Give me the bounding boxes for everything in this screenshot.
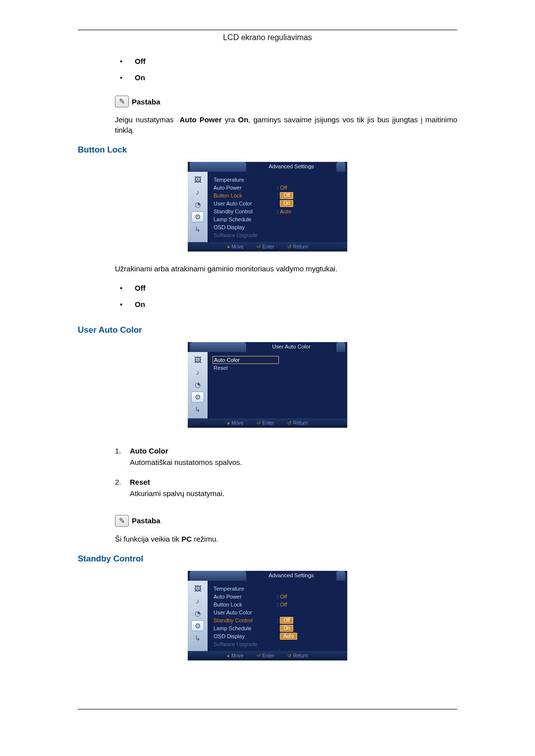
- option-off: Off: [115, 53, 457, 69]
- osd-tab-cap: [336, 162, 345, 172]
- osd-standby: Advanced Settings 🖼 ♪ ◔ ⚙ ↳ Temperature …: [78, 568, 457, 669]
- osd-footer: ♦Move ⏎Enter ↺Return: [188, 651, 347, 660]
- option-off: Off: [115, 280, 457, 296]
- move-icon: ♦: [227, 420, 229, 426]
- osd-sidebar: 🖼 ♪ ◔ ⚙ ↳: [188, 172, 208, 242]
- osd-tab: [190, 342, 246, 352]
- sound-icon: ♪: [191, 367, 204, 378]
- document-content: LCD ekrano reguliavimas Off On ✎ Pastaba…: [78, 30, 457, 709]
- osd-tab: [190, 571, 246, 581]
- osd-item-auto-power: Auto Power: Off: [214, 593, 342, 601]
- exit-icon: ↳: [191, 404, 204, 415]
- move-icon: ♦: [227, 244, 229, 250]
- osd-item-temperature: Temperature: [214, 176, 342, 184]
- osd-item-software-upgrade: Software Upgrade: [214, 231, 342, 239]
- clock-icon: ◔: [191, 608, 204, 619]
- enter-icon: ⏎: [257, 244, 261, 250]
- exit-icon: ↳: [191, 633, 204, 644]
- enter-icon: ⏎: [257, 420, 261, 426]
- option-list: Off On: [115, 53, 457, 86]
- return-icon: ↺: [287, 653, 291, 658]
- gear-icon: ⚙: [191, 620, 204, 631]
- osd-item-user-auto-color: User Auto Color: On: [214, 200, 342, 207]
- option-on: On: [115, 296, 457, 312]
- heading-user-auto-color: User Auto Color: [78, 318, 457, 339]
- osd-item-osd-display: OSD Display: [214, 223, 342, 231]
- osd-item-button-lock: Button Lock: Off: [214, 192, 342, 200]
- osd-footer: ♦Move ⏎Enter ↺Return: [188, 418, 347, 428]
- osd-footer: ♦Move ⏎Enter ↺Return: [188, 242, 347, 252]
- clock-icon: ◔: [191, 379, 204, 390]
- osd-sidebar: 🖼 ♪ ◔ ⚙ ↳: [188, 352, 208, 418]
- osd-title: Advanced Settings: [246, 162, 336, 172]
- note: ✎ Pastaba: [78, 511, 457, 531]
- clock-icon: ◔: [191, 199, 204, 210]
- note-label: Pastaba: [132, 516, 160, 525]
- auto-power-note: Jeigu nustatymas Auto Power yra On, gami…: [78, 114, 457, 135]
- osd-item-standby-control: Standby Control: Off: [214, 616, 342, 624]
- osd-sidebar: 🖼 ♪ ◔ ⚙ ↳: [188, 581, 208, 651]
- picture-icon: 🖼: [191, 354, 204, 365]
- option-on: On: [115, 69, 457, 86]
- sound-icon: ♪: [191, 187, 204, 198]
- osd-item-button-lock: Button Lock: Off: [214, 601, 342, 608]
- button-lock-options: Off On: [115, 280, 457, 312]
- osd-item-software-upgrade: Software Upgrade: [214, 640, 342, 648]
- return-icon: ↺: [287, 420, 291, 426]
- osd-title: User Auto Color: [246, 342, 336, 352]
- item-reset: 2.Reset Atkuriami spalvų nustatymai.: [115, 474, 457, 505]
- user-auto-color-list: 1.Auto Color Automatiškai nustatomos spa…: [115, 443, 457, 505]
- osd-item-osd-display: OSD Display: Auto: [214, 632, 342, 640]
- return-icon: ↺: [287, 244, 291, 250]
- gear-icon: ⚙: [191, 392, 204, 403]
- osd-item-lamp-schedule: Lamp Schedule: On: [214, 624, 342, 632]
- exit-icon: ↳: [191, 224, 204, 235]
- sound-icon: ♪: [191, 596, 204, 606]
- osd-title: Advanced Settings: [246, 571, 336, 581]
- osd-item-standby-control: Standby Control: Auto: [214, 207, 342, 215]
- osd-user-auto-color: User Auto Color 🖼 ♪ ◔ ⚙ ↳ Auto Color Res…: [78, 339, 457, 437]
- osd-item-user-auto-color: User Auto Color: [214, 608, 342, 616]
- note: ✎ Pastaba: [78, 92, 457, 111]
- page-header: LCD ekrano reguliavimas: [78, 30, 457, 47]
- osd-tab-cap: [336, 571, 345, 581]
- button-lock-desc: Užrakinami arba atrakinami gaminio monit…: [78, 263, 457, 274]
- osd-tab: [190, 162, 246, 172]
- enter-icon: ⏎: [257, 653, 261, 658]
- note-label: Pastaba: [132, 98, 160, 106]
- osd-tab-cap: [336, 342, 345, 352]
- osd-item-lamp-schedule: Lamp Schedule: [214, 215, 342, 223]
- move-icon: ♦: [227, 653, 229, 658]
- osd-item-auto-power: Auto Power: Off: [214, 184, 342, 192]
- picture-icon: 🖼: [191, 583, 204, 594]
- heading-standby-control: Standby Control: [78, 547, 457, 568]
- osd-item-temperature: Temperature: [214, 585, 342, 593]
- osd-button-lock: Advanced Settings 🖼 ♪ ◔ ⚙ ↳ Temperature …: [78, 159, 457, 260]
- osd-item-reset: Reset: [214, 364, 342, 372]
- picture-icon: 🖼: [191, 174, 204, 185]
- heading-button-lock: Button Lock: [78, 138, 457, 159]
- note-icon: ✎: [115, 515, 129, 527]
- osd-item-auto-color: Auto Color: [214, 356, 342, 364]
- gear-icon: ⚙: [191, 211, 204, 222]
- note-icon: ✎: [115, 96, 129, 107]
- item-auto-color: 1.Auto Color Automatiškai nustatomos spa…: [115, 443, 457, 474]
- user-auto-color-note: Ši funkcija veikia tik PC režimu.: [78, 534, 457, 544]
